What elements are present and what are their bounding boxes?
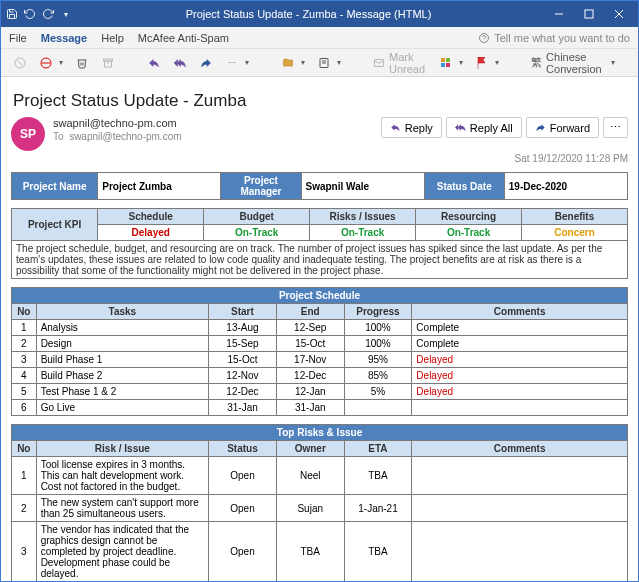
sched-comments-hdr: Comments xyxy=(412,304,628,320)
row-start: 31-Jan xyxy=(209,400,277,416)
row-progress: 100% xyxy=(344,320,412,336)
kpi-table: Project KPI Schedule Budget Risks / Issu… xyxy=(11,208,628,241)
row-risk: The vendor has indicated that the graphi… xyxy=(36,522,208,582)
svg-rect-17 xyxy=(446,58,450,62)
row-status: Open xyxy=(209,522,277,582)
reply-all-button[interactable]: Reply All xyxy=(446,117,522,138)
row-task: Design xyxy=(36,336,208,352)
row-no: 3 xyxy=(12,352,37,368)
tab-file[interactable]: File xyxy=(9,32,27,44)
redo-icon[interactable] xyxy=(41,7,55,21)
svg-rect-19 xyxy=(446,63,450,67)
status-date-hdr: Status Date xyxy=(424,173,504,200)
reply-icon[interactable] xyxy=(143,54,165,72)
schedule-title: Project Schedule xyxy=(12,288,628,304)
kpi-benefits-hdr: Benefits xyxy=(522,209,628,225)
row-task: Build Phase 2 xyxy=(36,368,208,384)
table-row: 4Build Phase 212-Nov12-Dec85%Delayed xyxy=(12,368,628,384)
row-end: 12-Dec xyxy=(276,368,344,384)
row-comments: Delayed xyxy=(412,368,628,384)
sched-progress-hdr: Progress xyxy=(344,304,412,320)
sched-no-hdr: No xyxy=(12,304,37,320)
table-row: 1Analysis13-Aug12-Sep100%Complete xyxy=(12,320,628,336)
save-icon[interactable] xyxy=(5,7,19,21)
kpi-benefits-val: Concern xyxy=(522,225,628,241)
title-bar: ▾ Project Status Update - Zumba - Messag… xyxy=(1,1,638,27)
kpi-risks-hdr: Risks / Issues xyxy=(310,209,416,225)
row-no: 5 xyxy=(12,384,37,400)
chinese-conversion-button[interactable]: 繁Chinese Conversion▾ xyxy=(527,49,619,77)
kpi-budget-hdr: Budget xyxy=(204,209,310,225)
mark-unread-button: Mark Unread xyxy=(369,49,431,77)
ribbon-tabs: File Message Help McAfee Anti-Spam Tell … xyxy=(1,27,638,49)
undo-icon[interactable] xyxy=(23,7,37,21)
row-no: 4 xyxy=(12,368,37,384)
row-status: Open xyxy=(209,457,277,495)
kpi-budget-val: On-Track xyxy=(204,225,310,241)
row-start: 12-Dec xyxy=(209,384,277,400)
reply-button[interactable]: Reply xyxy=(381,117,442,138)
archive-button xyxy=(97,54,119,72)
kpi-risks-val: On-Track xyxy=(310,225,416,241)
row-eta: TBA xyxy=(344,522,412,582)
quick-access-toolbar: ▾ xyxy=(5,7,73,21)
more-respond-icon[interactable]: ⋯▾ xyxy=(221,54,253,72)
delete-button[interactable] xyxy=(71,54,93,72)
move-button[interactable]: ▾ xyxy=(277,54,309,72)
message-actions: Reply Reply All Forward ⋯ xyxy=(381,117,628,138)
more-quick-icon[interactable]: ▾ xyxy=(59,7,73,21)
risk-comments-hdr: Comments xyxy=(412,441,628,457)
row-comments: Delayed xyxy=(412,352,628,368)
row-comments xyxy=(412,457,628,495)
status-date-val: 19-Dec-2020 xyxy=(504,173,627,200)
mark-unread-label: Mark Unread xyxy=(389,51,427,75)
reply-all-icon[interactable] xyxy=(169,54,191,72)
categorize-button[interactable]: ▾ xyxy=(435,54,467,72)
row-end: 17-Nov xyxy=(276,352,344,368)
rules-button[interactable]: ▾ xyxy=(313,54,345,72)
close-button[interactable] xyxy=(604,1,634,27)
proj-name-val: Project Zumba xyxy=(98,173,221,200)
from-address: swapnil@techno-pm.com xyxy=(53,117,373,131)
kpi-schedule-hdr: Schedule xyxy=(98,209,204,225)
project-info-table: Project Name Project Zumba Project Manag… xyxy=(11,172,628,200)
forward-icon[interactable] xyxy=(195,54,217,72)
row-task: Go Live xyxy=(36,400,208,416)
row-owner: TBA xyxy=(276,522,344,582)
row-task: Build Phase 1 xyxy=(36,352,208,368)
ignore-button xyxy=(9,54,31,72)
kpi-resourcing-hdr: Resourcing xyxy=(416,209,522,225)
row-progress: 95% xyxy=(344,352,412,368)
table-row: 6Go Live31-Jan31-Jan xyxy=(12,400,628,416)
row-no: 2 xyxy=(12,495,37,522)
sender-avatar[interactable]: SP xyxy=(11,117,45,151)
kpi-resourcing-val: On-Track xyxy=(416,225,522,241)
row-eta: 1-Jan-21 xyxy=(344,495,412,522)
proj-mgr-hdr: Project Manager xyxy=(221,173,301,200)
junk-button[interactable]: ▾ xyxy=(35,54,67,72)
row-no: 1 xyxy=(12,457,37,495)
tab-message[interactable]: Message xyxy=(41,32,87,44)
table-row: 2Design15-Sep15-Oct100%Complete xyxy=(12,336,628,352)
tell-me[interactable]: Tell me what you want to do xyxy=(478,32,630,44)
follow-up-button[interactable]: ▾ xyxy=(471,54,503,72)
row-end: 31-Jan xyxy=(276,400,344,416)
row-no: 1 xyxy=(12,320,37,336)
row-start: 12-Nov xyxy=(209,368,277,384)
message-subject: Project Status Update - Zumba xyxy=(13,91,628,111)
kpi-label: Project KPI xyxy=(12,209,98,241)
more-actions-button[interactable]: ⋯ xyxy=(603,117,628,138)
tab-mcafee[interactable]: McAfee Anti-Spam xyxy=(138,32,229,44)
row-comments xyxy=(412,522,628,582)
row-eta: TBA xyxy=(344,457,412,495)
tab-help[interactable]: Help xyxy=(101,32,124,44)
risk-eta-hdr: ETA xyxy=(344,441,412,457)
row-risk: The new system can't support more than 2… xyxy=(36,495,208,522)
minimize-button[interactable] xyxy=(544,1,574,27)
forward-button[interactable]: Forward xyxy=(526,117,599,138)
row-end: 12-Sep xyxy=(276,320,344,336)
row-progress xyxy=(344,400,412,416)
tell-me-label: Tell me what you want to do xyxy=(494,32,630,44)
maximize-button[interactable] xyxy=(574,1,604,27)
schedule-table: Project Schedule No Tasks Start End Prog… xyxy=(11,287,628,416)
